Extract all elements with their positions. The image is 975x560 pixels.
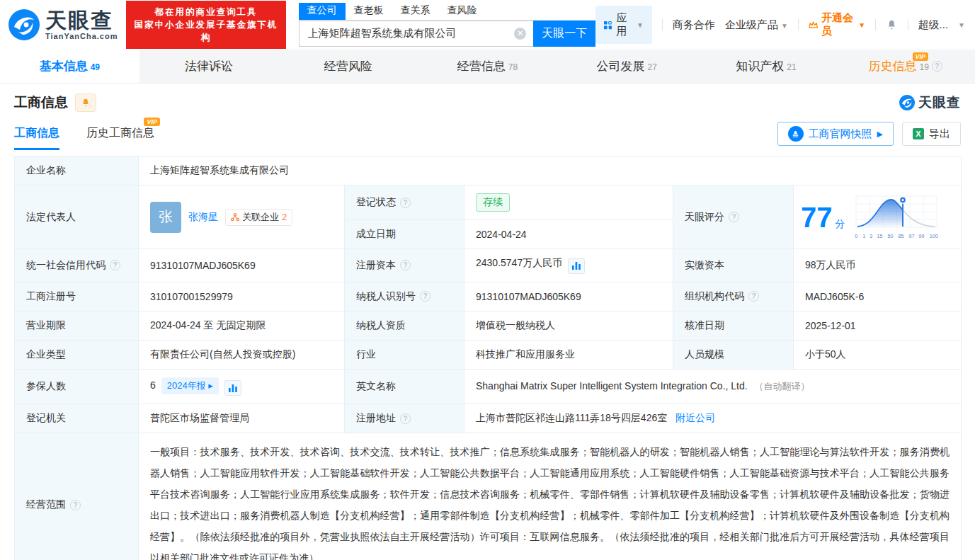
tab-count: 21 [787, 62, 796, 72]
help-icon[interactable]: ? [729, 212, 739, 222]
help-icon[interactable]: ? [400, 198, 411, 208]
chevron-down-icon: ▼ [781, 22, 788, 30]
tab-label: 经营风险 [324, 58, 372, 74]
annual-report-badge[interactable]: 2024年报 ▸ [161, 377, 219, 394]
search-tab-company[interactable]: 查公司 [299, 3, 346, 20]
top-header: 天眼查 TianYanCha.com 都在用的商业查询工具 国家中小企业发展子基… [0, 0, 975, 50]
avatar[interactable]: 张 [150, 202, 181, 233]
auto-translate-note: （自动翻译） [755, 381, 810, 392]
registration-status-cell: 存续 [464, 185, 673, 220]
legal-rep-cell: 张 张海星 关联企业 2 [139, 185, 345, 249]
export-button[interactable]: X 导出 [902, 122, 961, 146]
help-icon[interactable]: ? [420, 291, 431, 302]
field-label: 参保人数 [15, 369, 139, 404]
legal-rep-link[interactable]: 张海星 [188, 211, 218, 224]
vip-badge: VIP [913, 52, 929, 61]
tab-basic-info[interactable]: 基本信息 49 [0, 50, 139, 83]
header-nav: 应用 ▼ 商务合作 企业级产品 ▼ 开通会员 ▼ 超级... ▼ [595, 6, 965, 44]
tyc-score-cell[interactable]: 77 分 [794, 185, 962, 249]
capital-chart-icon[interactable] [568, 258, 585, 274]
field-label: 组织机构代码? [673, 282, 794, 311]
tab-legal-proceedings[interactable]: 法律诉讼 [139, 50, 279, 83]
tab-business-info[interactable]: 经营信息 78 [418, 50, 557, 83]
help-icon[interactable]: ? [110, 260, 120, 270]
subtab-history-registration[interactable]: VIP 历史工商信息 [86, 126, 154, 150]
related-company-badge[interactable]: 关联企业 2 [225, 209, 292, 226]
field-label: 登记状态? [345, 185, 464, 220]
help-icon[interactable]: ? [748, 291, 759, 302]
tab-count: 78 [508, 62, 518, 72]
help-icon[interactable]: ? [932, 61, 942, 72]
field-label: 统一社会信用代码? [15, 249, 139, 282]
help-icon[interactable]: ? [400, 260, 411, 270]
search-area: 查公司 查老板 查关系 查风险 ✕ 天眼一下 [299, 3, 596, 47]
table-row: 企业名称 上海矩阵超智系统集成有限公司 [15, 156, 962, 185]
taxpayer-quality-value: 增值税一般纳税人 [464, 311, 673, 340]
score-axis-label: 85 [898, 233, 903, 239]
score-axis-label: 97 [908, 233, 914, 239]
help-icon[interactable]: ? [400, 413, 411, 424]
english-name-cell: Shanghai Matrix Super Intelligent System… [464, 369, 962, 404]
related-company-icon [231, 213, 239, 222]
stamp-icon [788, 126, 804, 142]
business-scope-value: 一般项目：技术服务、技术开发、技术咨询、技术交流、技术转让、技术推广；信息系统集… [139, 433, 962, 560]
score-axis-label: 100 [930, 233, 938, 239]
slogan-line1: 都在用的商业查询工具 [133, 6, 278, 18]
field-label: 核准日期 [673, 311, 794, 340]
search-input[interactable] [299, 21, 534, 47]
chevron-down-icon: ▼ [858, 21, 865, 29]
field-label: 天眼评分? [673, 185, 794, 249]
search-button[interactable]: 天眼一下 [533, 21, 595, 47]
tab-operating-risk[interactable]: 经营风险 [278, 50, 418, 83]
subtabs: 工商信息 VIP 历史工商信息 [14, 126, 154, 150]
field-label: 营业期限 [15, 311, 139, 340]
field-label: 注册资本? [345, 249, 464, 282]
excel-icon: X [913, 128, 924, 139]
field-label: 工商注册号 [15, 282, 139, 311]
field-label: 英文名称 [345, 369, 464, 404]
field-label: 企业类型 [15, 340, 139, 369]
search-tab-boss[interactable]: 查老板 [346, 3, 392, 20]
help-icon[interactable]: ? [70, 500, 81, 510]
tianyancha-logo-icon [899, 94, 916, 111]
apps-menu[interactable]: 应用 ▼ [595, 6, 652, 44]
svg-text:X: X [916, 130, 921, 138]
chevron-right-icon: ▶ [877, 130, 883, 139]
reg-capital-cell: 2430.5747万人民币 [464, 249, 673, 282]
score-axis: 0 1 3 15 50 85 97 99 100 [855, 233, 938, 239]
staff-size-value: 小于50人 [794, 340, 962, 369]
tab-label: 公司发展 [597, 58, 645, 74]
field-label: 实缴资本 [673, 249, 794, 282]
tianyancha-logo[interactable]: 天眼查 TianYanCha.com [7, 8, 118, 42]
vip-crown-icon [809, 20, 818, 30]
tab-label: 基本信息 [40, 58, 88, 74]
score-value: 77 [801, 202, 833, 233]
table-row: 统一社会信用代码? 91310107MADJ605K69 注册资本? 2430.… [15, 249, 962, 282]
company-nav-tabs: 基本信息 49 法律诉讼 经营风险 经营信息 78 公司发展 27 知识产权 2… [0, 50, 975, 84]
open-vip-link[interactable]: 开通会员 ▼ [809, 11, 866, 38]
user-menu[interactable]: 超级... [918, 18, 949, 32]
subtab-business-registration[interactable]: 工商信息 [14, 126, 59, 150]
table-row: 参保人数 62024年报 ▸ 英文名称 Shanghai Matrix Supe… [15, 369, 962, 404]
search-tab-risk[interactable]: 查风险 [439, 3, 486, 20]
insured-chart-icon[interactable] [224, 380, 241, 396]
table-row: 工商注册号 310107001529979 纳税人识别号? 91310107MA… [15, 282, 962, 311]
table-row: 法定代表人 张 张海星 关联企业 2 [15, 185, 962, 220]
tab-intellectual-property[interactable]: 知识产权 21 [697, 50, 836, 83]
taxpayer-id-value: 91310107MADJ605K69 [464, 282, 673, 311]
tab-company-development[interactable]: 公司发展 27 [557, 50, 697, 83]
tab-history-info[interactable]: VIP 历史信息 19 ? [836, 50, 975, 83]
nearby-companies-link[interactable]: 附近公司 [675, 412, 715, 423]
registration-info-table: 企业名称 上海矩阵超智系统集成有限公司 法定代表人 张 张海星 关 [14, 156, 962, 560]
monitor-bell-button[interactable] [75, 93, 96, 112]
nav-business-coop[interactable]: 商务合作 [673, 18, 715, 32]
search-tab-relation[interactable]: 查关系 [392, 3, 439, 20]
tab-count: 27 [648, 62, 657, 72]
company-name-value: 上海矩阵超智系统集成有限公司 [139, 156, 962, 185]
official-snapshot-button[interactable]: 工商官网快照 ▶ [777, 122, 894, 146]
notification-bell-icon[interactable] [886, 18, 898, 32]
apps-grid-icon [604, 20, 612, 30]
chevron-down-icon[interactable]: ▼ [958, 21, 965, 29]
paid-capital-value: 98万人民币 [794, 249, 962, 282]
nav-enterprise-products[interactable]: 企业级产品 ▼ [725, 18, 788, 32]
